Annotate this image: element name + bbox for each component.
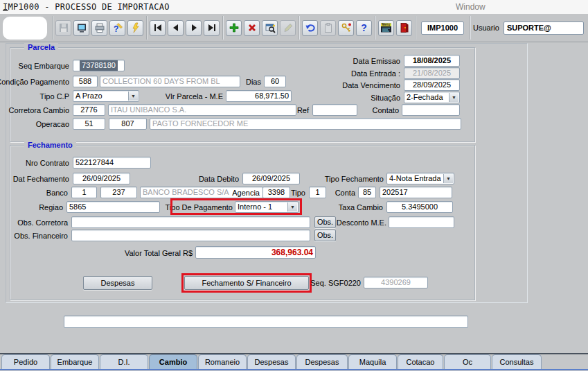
vlr-parcela-label: Vlr Parcela - M.E bbox=[159, 90, 223, 102]
pencil-icon bbox=[283, 22, 294, 33]
parcela-frame-title: Parcela bbox=[24, 43, 58, 52]
message-field[interactable] bbox=[64, 316, 468, 328]
ref-field[interactable] bbox=[312, 104, 357, 116]
tipo-fechamento-label: Tipo Fechamento bbox=[321, 173, 384, 184]
desconto-me-field[interactable] bbox=[389, 216, 454, 228]
chevron-down-icon[interactable]: ▼ bbox=[443, 174, 453, 183]
screen-button[interactable] bbox=[73, 20, 89, 36]
agencia-label: Agencia bbox=[227, 187, 260, 198]
delete-record-button[interactable] bbox=[244, 20, 260, 36]
tipo-field[interactable]: 1 bbox=[309, 187, 326, 198]
red-x-icon bbox=[247, 22, 258, 33]
paste-button[interactable] bbox=[320, 20, 336, 36]
obs-financeiro-button[interactable]: Obs. bbox=[314, 230, 336, 241]
toolbar-group-nav bbox=[147, 20, 222, 36]
obs-financeiro-label: Obs. Financeiro bbox=[14, 230, 68, 241]
data-entrada-field[interactable]: 21/08/2025 bbox=[404, 67, 460, 79]
dias-field[interactable]: 60 bbox=[264, 76, 286, 87]
permissions-button[interactable] bbox=[338, 20, 354, 36]
lightning-icon bbox=[130, 22, 141, 33]
enter-query-button[interactable]: ? bbox=[109, 20, 125, 36]
help-icon: ? bbox=[361, 23, 367, 33]
conta-field[interactable]: 202517 bbox=[380, 187, 452, 198]
fechamento-frame-title: Fechamento bbox=[24, 141, 76, 150]
tipo-cp-value: A Prazo bbox=[75, 92, 103, 100]
tab-pedido[interactable]: Pedido bbox=[1, 354, 50, 369]
tab-oc[interactable]: Oc bbox=[444, 354, 491, 369]
next-record-button[interactable] bbox=[186, 20, 202, 36]
regiao-field[interactable]: 5865 bbox=[66, 201, 160, 213]
agencia-field[interactable]: 3398 bbox=[262, 187, 290, 198]
operacao-label: Operacao bbox=[28, 118, 69, 130]
undo-button[interactable] bbox=[302, 20, 318, 36]
tab-despesas[interactable]: Despesas bbox=[247, 354, 296, 369]
operacao-code1-field[interactable]: 51 bbox=[73, 118, 105, 130]
obs-corretora-field[interactable] bbox=[71, 216, 310, 228]
tab-di[interactable]: D.I. bbox=[100, 354, 148, 369]
taxa-cambio-field[interactable]: 5.3495000 bbox=[386, 201, 453, 213]
tipo-fechamento-dropdown[interactable]: 4-Nota Entrada▼ bbox=[386, 173, 454, 184]
exit-button[interactable] bbox=[396, 20, 412, 36]
operacao-code2-field[interactable]: 807 bbox=[109, 118, 147, 130]
condicao-pagamento-code-field[interactable]: 588 bbox=[73, 76, 98, 87]
chevron-down-icon[interactable]: ▼ bbox=[449, 93, 458, 102]
seq-sgf-field[interactable]: 4390269 bbox=[364, 277, 428, 288]
obs-corretora-label: Obs. Corretora bbox=[14, 216, 68, 228]
conta-code-field[interactable]: 85 bbox=[358, 187, 376, 198]
page-title: IMP1000 - PROCESSO DE IMPORTACAO bbox=[3, 0, 170, 14]
tab-despesas-dtl[interactable]: Despesas DTL bbox=[296, 354, 348, 369]
nro-contrato-field[interactable]: 522127844 bbox=[73, 157, 151, 169]
query-find-button[interactable] bbox=[262, 20, 278, 36]
title-bar: IMP1000 - PROCESSO DE IMPORTACAO Window bbox=[0, 0, 588, 15]
condicao-pagamento-desc-field[interactable]: COLLECTION 60 DAYS FROM BL bbox=[100, 76, 240, 87]
obs-corretora-button[interactable]: Obs. bbox=[314, 216, 336, 228]
corretora-cambio-label: Corretora Cambio bbox=[8, 104, 69, 116]
contato-field[interactable] bbox=[402, 104, 460, 116]
situacao-dropdown[interactable]: 2-Fechada▼ bbox=[404, 92, 460, 103]
vlr-parcela-field[interactable]: 68,971.50 bbox=[226, 90, 292, 102]
tab-cambio[interactable]: Cambio bbox=[149, 354, 197, 369]
help-button[interactable]: ? bbox=[356, 20, 372, 36]
tab-cotacao-frete[interactable]: Cotacao Frete bbox=[398, 354, 443, 369]
conta-label: Conta bbox=[331, 187, 355, 198]
despesas-button[interactable]: Despesas bbox=[83, 276, 152, 290]
tab-consultas[interactable]: Consultas bbox=[492, 354, 542, 369]
obs-financeiro-field[interactable] bbox=[71, 230, 310, 241]
contato-label: Contato bbox=[368, 104, 399, 116]
condicao-pagamento-label: Condição Pagamento bbox=[0, 76, 69, 87]
printer-icon bbox=[94, 22, 105, 33]
dat-fechamento-label: Dat Fechamento bbox=[8, 173, 69, 184]
svg-text:?: ? bbox=[114, 24, 118, 33]
insert-record-button[interactable] bbox=[226, 20, 242, 36]
valor-total-field[interactable]: 368,963.04 bbox=[195, 246, 316, 259]
corretora-cambio-desc-field[interactable]: ITAU UNIBANCO S.A. bbox=[108, 104, 296, 116]
banco-code2-field[interactable]: 237 bbox=[100, 187, 137, 198]
operacao-desc-field[interactable]: PAGTO FORNECEDOR ME bbox=[150, 118, 461, 130]
print-button[interactable] bbox=[91, 20, 107, 36]
tab-embarque[interactable]: Embarque bbox=[51, 354, 99, 369]
nro-contrato-label: Nro Contrato bbox=[21, 157, 69, 169]
previous-record-button[interactable] bbox=[168, 20, 184, 36]
banco-code1-field[interactable]: 1 bbox=[71, 187, 97, 198]
data-emissao-field[interactable]: 18/08/2025 bbox=[404, 55, 460, 67]
user-field[interactable]: SUPORTE@ bbox=[504, 21, 584, 35]
edit-button[interactable] bbox=[280, 20, 296, 36]
menu-button[interactable]: Menu bbox=[378, 20, 394, 36]
corretora-cambio-code-field[interactable]: 2776 bbox=[73, 104, 105, 116]
menu-item-window[interactable]: Window bbox=[456, 0, 485, 14]
first-record-button[interactable] bbox=[150, 20, 166, 36]
save-button[interactable] bbox=[55, 20, 71, 36]
tab-maquila[interactable]: Maquila bbox=[348, 354, 397, 369]
data-vencimento-field[interactable]: 28/09/2025 bbox=[404, 79, 460, 91]
data-debito-field[interactable]: 26/09/2025 bbox=[242, 173, 300, 184]
dat-fechamento-field[interactable]: 26/09/2025 bbox=[73, 173, 130, 184]
exit-door-icon bbox=[399, 22, 410, 33]
tab-romaneio[interactable]: Romaneio bbox=[198, 354, 247, 369]
regiao-label: Regiao bbox=[33, 201, 63, 213]
tipo-cp-dropdown[interactable]: A Prazo▼ bbox=[73, 90, 139, 102]
last-record-button[interactable] bbox=[204, 20, 220, 36]
chevron-down-icon[interactable]: ▼ bbox=[128, 92, 138, 101]
execute-query-button[interactable] bbox=[127, 20, 143, 36]
toolbar-group-app: Menu bbox=[375, 20, 415, 36]
seq-embarque-field[interactable]: 73788180 bbox=[73, 60, 125, 71]
